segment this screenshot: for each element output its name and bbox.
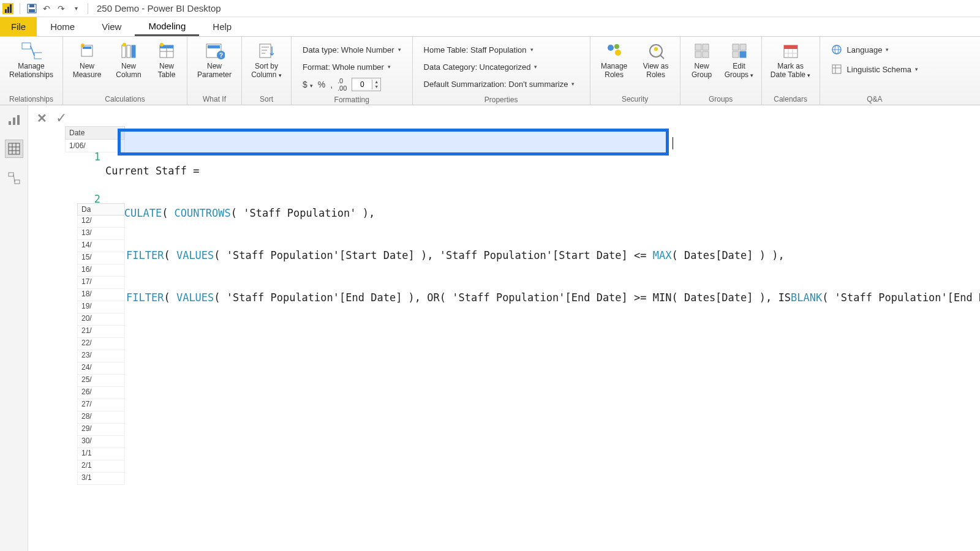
svg-rect-36 [703, 51, 709, 58]
svg-rect-53 [13, 118, 15, 125]
report-view-icon[interactable] [5, 110, 23, 129]
view-switcher [0, 105, 28, 551]
svg-line-5 [31, 46, 34, 56]
svg-point-13 [123, 43, 126, 47]
data-view-icon[interactable] [5, 140, 23, 158]
help-tab[interactable]: Help [199, 17, 245, 36]
model-view-icon[interactable] [5, 169, 23, 187]
file-tab[interactable]: File [0, 17, 37, 36]
window-title: 250 Demo - Power BI Desktop [97, 3, 221, 13]
linguistic-schema-dropdown[interactable]: Linguistic Schema▾ [831, 61, 919, 77]
table-row[interactable]: 14/ [77, 240, 125, 252]
table-row[interactable]: 29/ [77, 424, 125, 436]
app-icon [2, 3, 13, 14]
table-row[interactable]: 17/ [77, 277, 125, 289]
table-row[interactable]: 3/1 [77, 473, 125, 485]
table-row[interactable]: 16/ [77, 264, 125, 277]
formatting-group: Data type: Whole Number▾ Format: Whole n… [292, 37, 413, 105]
table-row[interactable]: 1/1 [77, 448, 125, 460]
undo-icon[interactable]: ↶ [41, 3, 52, 14]
svg-line-31 [660, 55, 664, 59]
table-row[interactable]: 25/ [77, 375, 125, 387]
table-row[interactable]: 20/ [77, 313, 125, 326]
svg-rect-12 [132, 45, 135, 58]
table-row[interactable]: 27/ [77, 399, 125, 411]
svg-rect-60 [9, 173, 13, 176]
svg-rect-37 [733, 44, 739, 50]
new-table-button[interactable]: New Table [151, 39, 182, 81]
dax-editor[interactable]: 1 Current Staff = 2 CALCULATE( COUNTROWS… [89, 108, 974, 361]
svg-rect-61 [15, 180, 20, 184]
table-row[interactable]: 19/ [77, 301, 125, 313]
table-row[interactable]: 23/ [77, 350, 125, 362]
qa-group: Language▾ Linguistic Schema▾ Q&A [820, 37, 930, 105]
svg-rect-11 [127, 45, 130, 58]
home-tab[interactable]: Home [37, 17, 88, 36]
ribbon: Manage Relationships Relationships ✦ New… [0, 37, 980, 105]
language-dropdown[interactable]: Language▾ [831, 42, 919, 58]
svg-rect-20 [208, 45, 220, 48]
svg-rect-42 [784, 45, 797, 49]
svg-rect-40 [740, 51, 746, 58]
modeling-tab[interactable]: Modeling [135, 17, 199, 36]
new-measure-button[interactable]: ✦ New Measure [68, 39, 106, 81]
text-cursor [673, 137, 673, 149]
menu-bar: File Home View Modeling Help [0, 17, 980, 37]
sort-by-column-button[interactable]: Sort by Column ▾ [247, 39, 286, 81]
cancel-formula-icon[interactable]: ✕ [37, 111, 47, 126]
title-bar: ↶ ↷ ▾ 250 Demo - Power BI Desktop [0, 0, 980, 17]
whatif-group: ? New Parameter What If [187, 37, 242, 105]
table-row[interactable]: 26/ [77, 387, 125, 399]
commit-formula-icon[interactable]: ✓ [56, 110, 67, 126]
table-row[interactable]: 18/ [77, 289, 125, 301]
svg-rect-39 [733, 51, 739, 58]
manage-relationships-button[interactable]: Manage Relationships [5, 39, 58, 81]
data-category-dropdown[interactable]: Data Category: Uncategorized▾ [424, 59, 579, 75]
data-type-dropdown[interactable]: Data type: Whole Number▾ [303, 42, 401, 58]
table-row[interactable]: 24/ [77, 362, 125, 375]
table-row[interactable]: 22/ [77, 338, 125, 350]
quick-access-toolbar: ↶ ↷ ▾ [23, 3, 85, 14]
svg-rect-52 [9, 121, 11, 125]
new-parameter-button[interactable]: ? New Parameter [192, 39, 236, 81]
svg-text:?: ? [219, 52, 223, 59]
redo-icon[interactable]: ↷ [56, 3, 67, 14]
table-row[interactable]: 30/ [77, 436, 125, 448]
decimal-places-stepper[interactable]: ▲▼ [352, 78, 381, 91]
security-group: Manage Roles View as Roles Security [590, 37, 680, 105]
manage-roles-button[interactable]: Manage Roles [595, 39, 633, 81]
table-row[interactable]: 21/ [77, 326, 125, 338]
edit-groups-button[interactable]: Edit Groups ▾ [722, 39, 756, 81]
percent-format-button[interactable]: % [318, 80, 325, 89]
table-row[interactable]: 15/ [77, 252, 125, 264]
svg-rect-3 [22, 43, 31, 49]
date-rows-peek: Da 12/13/14/15/16/17/18/19/20/21/22/23/2… [77, 203, 125, 485]
sort-group: Sort by Column ▾ Sort [242, 37, 292, 105]
table-row[interactable]: 2/1 [77, 460, 125, 473]
svg-point-27 [608, 45, 614, 51]
svg-rect-38 [740, 44, 746, 50]
qat-dropdown-icon[interactable]: ▾ [70, 3, 81, 14]
decimal-format-button[interactable]: .0.00 [337, 77, 347, 92]
svg-rect-35 [695, 51, 701, 58]
table-row[interactable]: 12/ [77, 216, 125, 228]
new-group-button[interactable]: New Group [685, 39, 718, 81]
new-column-button[interactable]: New Column [110, 39, 148, 81]
view-tab[interactable]: View [88, 17, 135, 36]
svg-line-62 [13, 174, 15, 182]
svg-rect-4 [34, 53, 42, 59]
mark-date-table-button[interactable]: Mark as Date Table ▾ [767, 39, 815, 81]
svg-rect-1 [29, 4, 34, 7]
summarization-dropdown[interactable]: Default Summarization: Don't summarize▾ [424, 76, 579, 92]
save-icon[interactable] [26, 3, 37, 14]
view-as-roles-button[interactable]: View as Roles [637, 39, 675, 81]
format-dropdown[interactable]: Format: Whole number▾ [303, 59, 401, 75]
currency-format-button[interactable]: $ ▾ [303, 80, 313, 89]
svg-text:✦: ✦ [81, 44, 85, 48]
comma-format-button[interactable]: , [330, 80, 333, 89]
table-row[interactable]: 28/ [77, 411, 125, 424]
table-row[interactable]: 13/ [77, 228, 125, 240]
home-table-dropdown[interactable]: Home Table: Staff Population▾ [424, 42, 579, 58]
relationships-group: Manage Relationships Relationships [0, 37, 63, 105]
calendars-group: Mark as Date Table ▾ Calendars [762, 37, 820, 105]
